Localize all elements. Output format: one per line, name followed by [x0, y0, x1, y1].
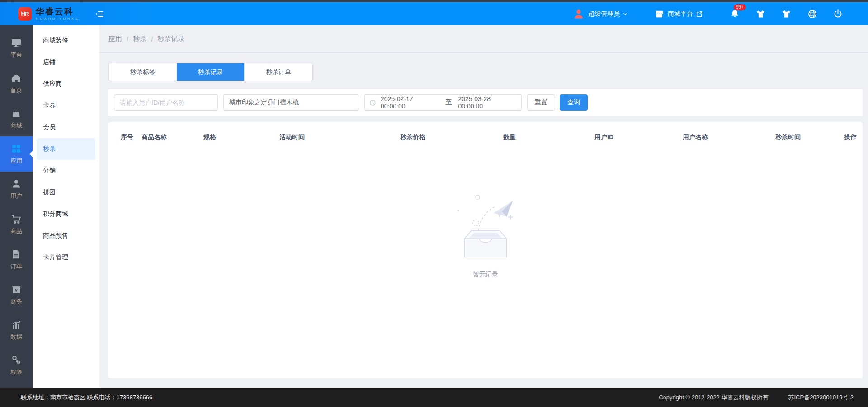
filter-bar: 2025-02-17 00:00:00 至 2025-03-28 00:00:0… — [108, 89, 863, 116]
breadcrumb-item[interactable]: 应用 — [108, 35, 122, 43]
tab-seckill-tags[interactable]: 秒杀标签 — [109, 63, 177, 81]
date-end[interactable]: 2025-03-28 00:00:00 — [458, 95, 517, 110]
submenu-item-supplier[interactable]: 供应商 — [37, 73, 95, 95]
bag-icon — [11, 108, 22, 119]
theme-shirt-button-2[interactable] — [774, 9, 799, 19]
table-header-row: 序号 商品名称 规格 活动时间 秒杀价格 数量 用户ID 用户名称 秒杀时间 操… — [108, 122, 863, 141]
chart-icon — [11, 319, 22, 330]
shirt-icon — [756, 9, 765, 19]
user-menu[interactable]: 超级管理员 — [573, 8, 628, 20]
globe-icon — [807, 9, 817, 19]
active-notch — [29, 151, 33, 157]
language-button[interactable] — [799, 9, 825, 19]
column-header: 活动时间 — [279, 133, 400, 141]
product-search-input[interactable] — [223, 94, 359, 111]
column-header: 秒杀价格 — [400, 133, 503, 141]
column-header: 操作 — [844, 133, 857, 141]
clock-icon — [369, 99, 376, 106]
svg-text:¥: ¥ — [15, 288, 18, 293]
column-header: 数量 — [503, 133, 594, 141]
primary-sidebar: 平台 首页 商城 应用 — [0, 25, 33, 388]
home-icon — [11, 73, 22, 84]
platform-switch[interactable]: 商城平台 — [654, 9, 703, 19]
sidebar-item-mall[interactable]: 商城 — [0, 101, 33, 136]
main-content: 应用 / 秒杀 / 秒杀记录 秒杀标签 秒杀记录 秒杀订单 2025-02-17… — [99, 25, 868, 388]
footer-contact: 联系地址：南京市栖霞区 联系电话：17368736666 — [21, 393, 152, 402]
seckill-tabs: 秒杀标签 秒杀记录 秒杀订单 — [108, 63, 313, 81]
sidebar-item-home[interactable]: 首页 — [0, 66, 33, 101]
tab-seckill-records[interactable]: 秒杀记录 — [177, 63, 245, 81]
avatar-icon — [573, 8, 585, 20]
column-header: 秒杀时间 — [775, 133, 844, 141]
submenu-item-store[interactable]: 店铺 — [37, 51, 95, 73]
search-button[interactable]: 查询 — [560, 94, 588, 111]
breadcrumb-item-current: 秒杀记录 — [157, 35, 184, 43]
top-header: HR 华睿云科 HUARUIYUNKE 超级管理员 — [0, 2, 868, 25]
monitor-icon — [11, 37, 22, 48]
submenu-item-points-mall[interactable]: 积分商城 — [37, 203, 95, 225]
user-search-input[interactable] — [114, 94, 218, 111]
breadcrumb-item[interactable]: 秒杀 — [133, 35, 146, 43]
notifications-button[interactable]: 99+ — [722, 9, 748, 19]
chevron-down-icon — [623, 11, 628, 17]
bell-icon — [730, 9, 740, 19]
secondary-sidebar: 商城装修 店铺 供应商 卡券 会员 秒杀 分销 拼团 积分商城 商品预售 卡片管… — [33, 25, 99, 388]
user-name: 超级管理员 — [588, 10, 620, 18]
wallet-icon: ¥ — [11, 284, 22, 295]
submenu-item-seckill[interactable]: 秒杀 — [37, 138, 95, 160]
reset-button[interactable]: 重置 — [527, 94, 555, 111]
submenu-item-coupon[interactable]: 卡券 — [37, 95, 95, 117]
column-header: 用户名称 — [683, 133, 775, 141]
file-icon — [11, 249, 22, 260]
date-separator: 至 — [446, 98, 452, 107]
column-header: 规格 — [203, 133, 279, 141]
logo: HR 华睿云科 HUARUIYUNKE — [0, 7, 99, 21]
submenu-item-mall-decorate[interactable]: 商城装修 — [37, 30, 95, 51]
empty-text: 暂无记录 — [473, 271, 498, 279]
records-table: 序号 商品名称 规格 活动时间 秒杀价格 数量 用户ID 用户名称 秒杀时间 操… — [108, 122, 863, 378]
sidebar-item-data[interactable]: 数据 — [0, 313, 33, 348]
footer-icp[interactable]: 苏ICP备2023001019号-2 — [788, 393, 854, 402]
cart-icon — [11, 214, 22, 225]
empty-state: 暂无记录 — [108, 192, 863, 279]
submenu-item-groupbuy[interactable]: 拼团 — [37, 182, 95, 203]
grid-icon — [11, 143, 22, 154]
submenu-item-distribution[interactable]: 分销 — [37, 160, 95, 182]
notification-badge: 99+ — [734, 4, 746, 10]
sidebar-collapse-icon[interactable] — [94, 9, 104, 19]
submenu-item-member[interactable]: 会员 — [37, 117, 95, 138]
theme-shirt-button-1[interactable] — [748, 9, 774, 19]
logo-name: 华睿云科 — [36, 7, 80, 16]
external-link-icon[interactable] — [696, 10, 703, 18]
storefront-icon — [654, 9, 664, 19]
sidebar-item-users[interactable]: 用户 — [0, 172, 33, 207]
column-header: 商品名称 — [142, 133, 203, 141]
submenu-item-card-manage[interactable]: 卡片管理 — [37, 247, 95, 268]
sidebar-item-apps[interactable]: 应用 — [0, 136, 33, 172]
breadcrumb: 应用 / 秒杀 / 秒杀记录 — [99, 25, 868, 53]
sidebar-item-goods[interactable]: 商品 — [0, 207, 33, 242]
logo-badge: HR — [18, 7, 32, 21]
date-range-picker[interactable]: 2025-02-17 00:00:00 至 2025-03-28 00:00:0… — [364, 94, 522, 111]
sidebar-item-permissions[interactable]: 权限 — [0, 348, 33, 383]
logo-subtitle: HUARUIYUNKE — [36, 17, 80, 21]
page-footer: 联系地址：南京市栖霞区 联系电话：17368736666 Copyright ©… — [0, 388, 868, 407]
platform-name: 商城平台 — [668, 10, 693, 18]
sidebar-item-platform[interactable]: 平台 — [0, 31, 33, 66]
key-icon — [11, 355, 22, 365]
submenu-item-presale[interactable]: 商品预售 — [37, 225, 95, 247]
column-header: 用户ID — [594, 133, 683, 141]
tab-seckill-orders[interactable]: 秒杀订单 — [244, 63, 312, 81]
empty-box-illustration — [450, 192, 521, 259]
column-header: 序号 — [121, 133, 142, 141]
shirt-icon — [782, 9, 791, 19]
footer-copyright: Copyright © 2012-2022 华睿云科版权所有 — [659, 393, 768, 402]
power-icon — [833, 9, 843, 19]
logout-button[interactable] — [825, 9, 851, 19]
date-start[interactable]: 2025-02-17 00:00:00 — [381, 95, 439, 110]
sidebar-item-orders[interactable]: 订单 — [0, 242, 33, 277]
user-icon — [11, 178, 22, 189]
sidebar-item-finance[interactable]: ¥ 财务 — [0, 277, 33, 313]
